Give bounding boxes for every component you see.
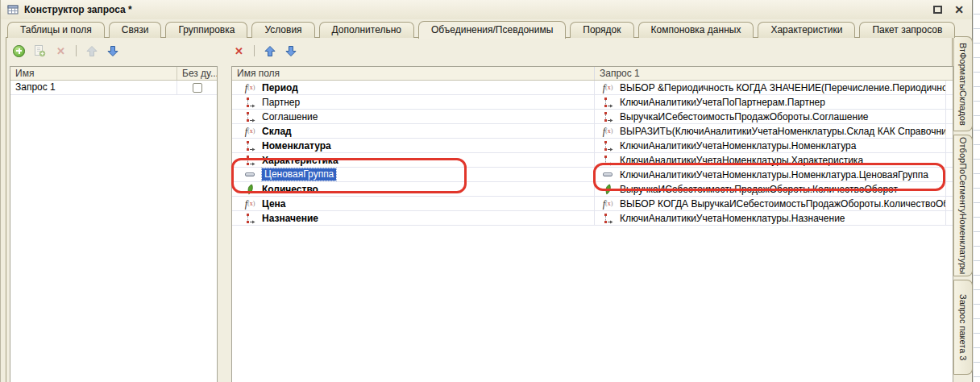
copy-query-button[interactable]	[33, 44, 47, 58]
tab-query-batch[interactable]: Пакет запросов	[859, 22, 955, 38]
copy-page-icon	[34, 44, 46, 57]
field-expression-cell[interactable]: ВыручкаИСебестоимостьПродажОбороты.Согла…	[595, 110, 946, 123]
column-header-field-name: Имя поля	[232, 67, 595, 80]
toolbar-separator	[254, 45, 255, 56]
function-icon: f(x)	[243, 83, 257, 93]
tab-additional[interactable]: Дополнительно	[319, 22, 414, 38]
field-expression-cell[interactable]: КлючиАналитикиУчетаПоПартнерам.Партнер	[595, 95, 946, 109]
tab-bar: Таблицы и поля Связи Группировка Условия…	[7, 20, 955, 38]
field-row-quantity[interactable]: Количество ВыручкаИСебестоимостьПродажОб…	[232, 182, 953, 197]
dimension-icon	[243, 155, 257, 166]
dimension-icon	[243, 111, 257, 122]
arrow-up-icon	[85, 45, 98, 57]
tab-conditions[interactable]: Условия	[251, 22, 314, 38]
no-duplicates-checkbox[interactable]	[193, 83, 202, 93]
field-row-period[interactable]: f(x) Период f(x) ВЫБОР &Периодичность КО…	[232, 81, 953, 95]
field-name-cell[interactable]: Соглашение	[232, 110, 595, 123]
field-row-agreement[interactable]: Соглашение ВыручкаИСебестоимостьПродажОб…	[232, 110, 953, 124]
field-expression-cell[interactable]: f(x) ВЫБОР КОГДА ВыручкаИСебестоимостьПр…	[595, 197, 946, 210]
maximize-button[interactable]	[933, 6, 942, 14]
dimension-icon	[600, 140, 615, 152]
tab-tables-and-fields[interactable]: Таблицы и поля	[7, 22, 105, 38]
selected-field-name[interactable]: ЦеноваяГруппа	[262, 168, 336, 181]
query-name-cell[interactable]: Запрос 1	[10, 81, 177, 94]
queries-table: Имя Без ду... Запрос 1	[10, 66, 218, 382]
tab-data-composition[interactable]: Компоновка данных	[638, 22, 754, 38]
move-field-down-button[interactable]	[284, 44, 297, 58]
plus-circle-icon	[13, 45, 25, 57]
field-row-purpose[interactable]: Назначение КлючиАналитикиУчетаНоменклату…	[232, 211, 953, 226]
expression-dash-icon	[600, 172, 615, 176]
side-tab-vt-formats-warehouses[interactable]: ВтФорматыСкладов	[953, 36, 973, 131]
expression-dash-icon	[243, 172, 257, 176]
dimension-icon	[243, 140, 257, 152]
background-table-grid	[973, 0, 980, 382]
field-expression-cell[interactable]: КлючиАналитикиУчетаНоменклатуры.Номенкла…	[595, 139, 946, 152]
screen: Конструктор запроса * ✕ Таблицы и поля С…	[0, 0, 980, 382]
delete-field-button[interactable]: ✕	[232, 44, 246, 58]
function-icon: f(x)	[243, 199, 257, 209]
arrow-down-icon	[106, 45, 119, 57]
tab-order[interactable]: Порядок	[570, 22, 633, 38]
delete-query-button[interactable]: ✕	[54, 44, 68, 58]
field-name-cell[interactable]: f(x) Склад	[232, 124, 595, 138]
window-title: Конструктор запроса *	[24, 4, 132, 15]
side-tab-selection-by-segment[interactable]: ОтборПоСегментуНоменклатуры	[953, 135, 973, 276]
title-bar: Конструктор запроса * ✕	[1, 0, 972, 19]
no-duplicates-cell	[177, 81, 217, 94]
function-icon: f(x)	[600, 127, 615, 136]
fields-table: Имя поля Запрос 1 f(x) Период f(x) ВЫБОР…	[231, 66, 953, 382]
dimension-icon	[600, 97, 615, 108]
dimension-icon	[243, 213, 257, 224]
side-tab-strip: ВтФорматыСкладов ОтборПоСегментуНоменкла…	[953, 36, 973, 375]
query-builder-window: Конструктор запроса * ✕ Таблицы и поля С…	[0, 0, 973, 382]
close-button[interactable]: ✕	[954, 5, 964, 15]
field-expression-cell[interactable]: f(x) ВЫБОР &Периодичность КОГДА ЗНАЧЕНИЕ…	[595, 81, 946, 94]
dimension-icon	[600, 213, 615, 224]
move-query-down-button[interactable]	[106, 44, 119, 58]
field-name-cell[interactable]: Назначение	[232, 211, 595, 225]
field-name-cell[interactable]: Номенклатура	[232, 139, 595, 152]
query-row[interactable]: Запрос 1	[10, 81, 217, 95]
tab-links[interactable]: Связи	[109, 22, 162, 38]
field-name-cell[interactable]: ЦеноваяГруппа	[232, 168, 595, 181]
field-expression-cell[interactable]: ВыручкаИСебестоимостьПродажОбороты.Колич…	[595, 182, 946, 196]
field-expression-cell[interactable]: КлючиАналитикиУчетаНоменклатуры.Номенкла…	[595, 168, 946, 181]
add-query-button[interactable]	[12, 44, 26, 58]
column-header-no-duplicates: Без ду...	[177, 67, 217, 80]
fields-toolbar: ✕	[232, 43, 297, 59]
fields-table-header: Имя поля Запрос 1	[232, 67, 953, 81]
side-tab-query-batch-3[interactable]: Запрос пакета 3	[953, 280, 973, 375]
field-row-price-group[interactable]: ЦеноваяГруппа КлючиАналитикиУчетаНоменкл…	[232, 168, 953, 182]
tab-unions-aliases[interactable]: Объединения/Псевдонимы	[418, 21, 566, 39]
field-name-cell[interactable]: Партнер	[232, 95, 595, 109]
field-row-partner[interactable]: Партнер КлючиАналитикиУчетаПоПартнерам.П…	[232, 95, 953, 110]
field-row-price[interactable]: f(x) Цена f(x) ВЫБОР КОГДА ВыручкаИСебес…	[232, 197, 953, 211]
field-expression-cell[interactable]: f(x) ВЫРАЗИТЬ(КлючиАналитикиУчетаНоменкл…	[595, 124, 946, 138]
column-header-name: Имя	[10, 67, 177, 80]
function-icon: f(x)	[600, 83, 615, 93]
dimension-icon	[600, 155, 615, 166]
tab-characteristics[interactable]: Характеристики	[758, 22, 855, 38]
queries-table-header: Имя Без ду...	[10, 67, 217, 81]
queries-toolbar: ✕	[12, 43, 119, 59]
dimension-icon	[600, 111, 615, 122]
dimension-icon	[243, 97, 257, 108]
move-field-up-button[interactable]	[263, 44, 276, 58]
field-name-cell[interactable]: Количество	[232, 182, 595, 196]
field-row-nomenclature[interactable]: Номенклатура КлючиАналитикиУчетаНоменкла…	[232, 139, 953, 153]
field-row-characteristic[interactable]: Характеристика КлючиАналитикиУчетаНоменк…	[232, 153, 953, 168]
column-header-query1: Запрос 1	[595, 67, 953, 80]
function-icon: f(x)	[243, 127, 257, 136]
field-expression-cell[interactable]: КлючиАналитикиУчетаНоменклатуры.Характер…	[595, 153, 946, 167]
field-name-cell[interactable]: f(x) Период	[232, 81, 595, 94]
field-name-cell[interactable]: f(x) Цена	[232, 197, 595, 210]
field-row-warehouse[interactable]: f(x) Склад f(x) ВЫРАЗИТЬ(КлючиАналитикиУ…	[232, 124, 953, 139]
tab-grouping[interactable]: Группировка	[165, 22, 247, 38]
query-builder-icon	[7, 4, 19, 15]
field-expression-cell[interactable]: КлючиАналитикиУчетаНоменклатуры.Назначен…	[595, 211, 946, 225]
toolbar-separator	[76, 45, 77, 56]
unions-aliases-panel: ✕ ✕	[6, 37, 953, 382]
move-query-up-button[interactable]	[85, 44, 98, 58]
field-name-cell[interactable]: Характеристика	[232, 153, 595, 167]
